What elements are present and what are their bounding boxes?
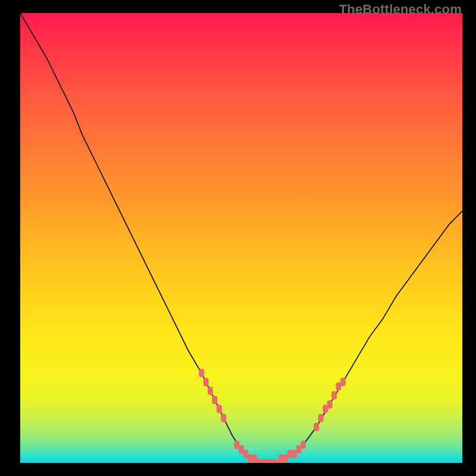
curve-marker [318,414,324,422]
curve-marker [208,387,213,395]
curve-marker [340,378,346,386]
marker-group [199,369,346,463]
watermark-text: TheBottleneck.com [339,2,462,17]
curve-marker [217,405,222,413]
curve-marker [331,392,337,400]
bottleneck-curve [20,13,462,463]
curve-marker [300,441,306,449]
curve-marker [199,369,204,377]
curve-marker [212,396,217,404]
curve-marker [327,400,333,409]
plot-area [20,13,462,463]
chart-frame: TheBottleneck.com [0,0,476,476]
curve-marker [221,414,226,422]
curve-marker [203,378,209,386]
curve-layer [20,13,462,463]
curve-marker [314,423,319,431]
